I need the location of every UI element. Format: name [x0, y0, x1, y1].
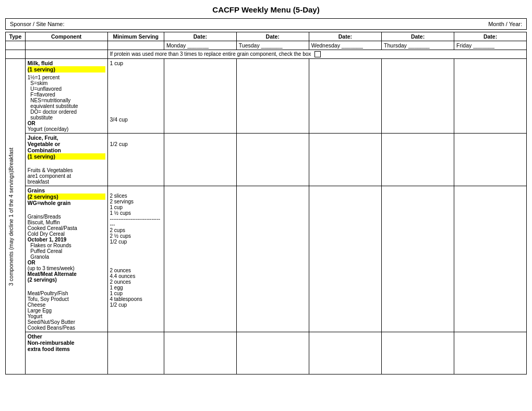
juice-min-serving: 1/2 cup [107, 134, 164, 186]
col-date5-header: Date: [454, 32, 527, 41]
protein-note-row: If protein was used more than 3 times to… [6, 50, 527, 59]
juice-label2: Vegetable or [28, 141, 105, 147]
min-serving-empty [107, 41, 164, 50]
milk-thursday [382, 59, 454, 134]
grains-serving-label: (2 servings) [28, 194, 105, 200]
milk-wednesday [309, 59, 381, 134]
friday-label: Friday _______ [454, 41, 527, 50]
main-table: Type Component Minimum Serving Date: Dat… [5, 32, 527, 374]
wednesday-label: Wednesday _______ [309, 41, 381, 50]
other-tuesday [236, 332, 309, 374]
other-wednesday [309, 332, 381, 374]
grains-min-serving: 2 slices 2 servings 1 cup 1 ½ cups -----… [107, 186, 164, 332]
juice-tuesday [236, 134, 309, 186]
milk-component-cell: Milk, fluid (1 serving) 1½=1 percent S=s… [25, 59, 107, 134]
juice-serving-label: (1 serving) [28, 153, 105, 160]
other-component-cell: Other Non-reimbursable extra food items [25, 332, 107, 374]
protein-note-text: If protein was used more than 3 times to… [110, 51, 311, 57]
grains-tuesday [236, 186, 309, 332]
meat-notes: Meat/Poultry/Fish Tofu, Soy Product Chee… [28, 285, 105, 331]
other-monday [164, 332, 236, 374]
juice-monday [164, 134, 236, 186]
milk-row: 3 components (may decline 1 of the 4 ser… [6, 59, 527, 134]
grains-row: Grains (2 servings) WG=whole grain Grain… [6, 186, 527, 332]
sponsor-label: Sponsor / Site Name: [10, 21, 65, 27]
other-spacer [28, 352, 105, 373]
protein-checkbox[interactable] [315, 51, 321, 57]
breakfast-side-label: 3 components (may decline 1 of the 4 ser… [8, 148, 14, 286]
juice-label: Juice, Fruit, [28, 135, 105, 141]
protein-note-cell: If protein was used more than 3 times to… [107, 50, 527, 59]
col-type-header: Type [6, 32, 26, 41]
page-title: CACFP Weekly Menu (5-Day) [5, 5, 527, 14]
other-friday [454, 332, 527, 374]
juice-component-cell: Juice, Fruit, Vegetable or Combination (… [25, 134, 107, 186]
month-year-label: Month / Year: [488, 21, 522, 27]
breakfast-type-cell: 3 components (may decline 1 of the 4 ser… [6, 59, 26, 374]
milk-serving-label: (1 serving) [28, 66, 105, 72]
juice-notes: Fruits & Vegetables are1 component at br… [28, 162, 105, 185]
thursday-label: Thursday _______ [382, 41, 454, 50]
col-date1-header: Date: [164, 32, 236, 41]
grains-notes: Grains/Breads Biscuit, Muffin Cooked Cer… [28, 208, 105, 283]
grains-wednesday [309, 186, 381, 332]
grains-label: Grains [28, 187, 105, 194]
grains-wg-label: WG=whole grain [28, 200, 105, 206]
other-row: Other Non-reimbursable extra food items [6, 332, 527, 374]
component-empty [25, 41, 107, 50]
grains-thursday [382, 186, 454, 332]
col-date3-header: Date: [309, 32, 381, 41]
juice-wednesday [309, 134, 381, 186]
grains-component-cell: Grains (2 servings) WG=whole grain Grain… [25, 186, 107, 332]
top-bar: Sponsor / Site Name: Month / Year: [5, 18, 527, 30]
other-label2: Non-reimbursable [28, 340, 105, 346]
juice-friday [454, 134, 527, 186]
tuesday-label: Tuesday _______ [236, 41, 309, 50]
milk-label: Milk, fluid [28, 60, 105, 66]
grains-monday [164, 186, 236, 332]
other-label: Other [28, 333, 105, 340]
milk-monday [164, 59, 236, 134]
col-date2-header: Date: [236, 32, 309, 41]
page: CACFP Weekly Menu (5-Day) Sponsor / Site… [0, 0, 532, 380]
header-row-2: Monday _______ Tuesday _______ Wednesday… [6, 41, 527, 50]
milk-friday [454, 59, 527, 134]
header-row-1: Type Component Minimum Serving Date: Dat… [6, 32, 527, 41]
juice-thursday [382, 134, 454, 186]
milk-tuesday [236, 59, 309, 134]
other-min-serving [107, 332, 164, 374]
monday-label: Monday _______ [164, 41, 236, 50]
milk-notes: 1½=1 percent S=skim U=unflavored F=flavo… [28, 75, 105, 132]
type-empty [6, 41, 26, 50]
other-label3: extra food items [28, 346, 105, 352]
milk-min-serving: 1 cup3/4 cup [107, 59, 164, 134]
juice-row: Juice, Fruit, Vegetable or Combination (… [6, 134, 527, 186]
col-min-serving-header: Minimum Serving [107, 32, 164, 41]
grains-friday [454, 186, 527, 332]
col-date4-header: Date: [382, 32, 454, 41]
protein-note-empty2 [25, 50, 107, 59]
col-component-header: Component [25, 32, 107, 41]
other-thursday [382, 332, 454, 374]
juice-label3: Combination [28, 147, 105, 153]
protein-note-empty1 [6, 50, 26, 59]
